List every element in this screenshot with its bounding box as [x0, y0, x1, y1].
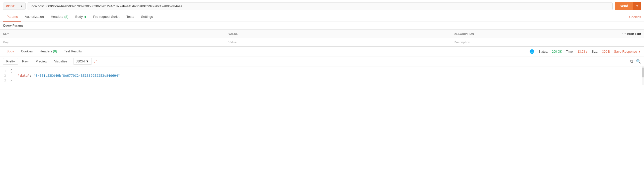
request-tabs-row: Params Authorization Headers (8) Body Pr…: [0, 12, 644, 22]
globe-icon: 🌐: [529, 49, 534, 54]
bulk-edit-button[interactable]: Bulk Edit: [627, 32, 641, 36]
top-bar: POST ▼ Send ▼: [0, 0, 644, 12]
tab-headers[interactable]: Headers (8): [47, 12, 72, 22]
key-placeholder[interactable]: Key: [0, 38, 225, 46]
params-table: KEY VALUE DESCRIPTION ··· Bulk Edit Key …: [0, 29, 644, 46]
save-response-chevron-icon: ▼: [638, 50, 641, 53]
table-row: Key Value Description: [0, 38, 644, 46]
format-btn-raw[interactable]: Raw: [19, 58, 32, 64]
time-label: Time:: [566, 50, 574, 53]
tab-settings[interactable]: Settings: [138, 12, 156, 22]
time-value: 13.93 s: [578, 50, 587, 53]
format-toolbar: Pretty Raw Preview Visualize JSON ▼ ⇌ ⧉ …: [0, 56, 644, 66]
response-section: Body Cookies Headers (8) Test Results 🌐 …: [0, 46, 644, 85]
col-header-value: VALUE: [225, 30, 451, 38]
code-line-2: 2 "data": "0xBE1c52Dd49bf8A6779C24BE1Bf2…: [0, 73, 644, 78]
more-options-icon[interactable]: ···: [622, 32, 626, 36]
format-btn-pretty[interactable]: Pretty: [3, 58, 18, 65]
copy-icon[interactable]: ⧉: [630, 59, 633, 64]
response-tab-body[interactable]: Body: [3, 47, 18, 56]
method-label: POST: [6, 4, 15, 8]
code-line-3: 3 }: [0, 78, 644, 83]
method-chevron-icon: ▼: [20, 5, 23, 8]
query-params-section-header: Query Params: [0, 22, 644, 29]
response-tab-test-results[interactable]: Test Results: [60, 47, 85, 56]
format-btn-preview[interactable]: Preview: [33, 58, 50, 64]
send-button[interactable]: Send: [615, 2, 633, 10]
format-btn-visualize[interactable]: Visualize: [51, 58, 70, 64]
col-header-key: KEY: [0, 30, 225, 38]
response-tab-headers[interactable]: Headers (8): [36, 47, 61, 56]
method-select[interactable]: POST ▼: [3, 3, 26, 10]
response-tab-cookies[interactable]: Cookies: [18, 47, 36, 56]
params-table-header-row: KEY VALUE DESCRIPTION ··· Bulk Edit: [0, 30, 644, 38]
scrollbar-thumb[interactable]: [642, 67, 644, 77]
format-type-chevron-icon: ▼: [86, 59, 89, 63]
search-icon[interactable]: 🔍: [636, 59, 641, 64]
url-input[interactable]: [28, 2, 613, 10]
value-placeholder[interactable]: Value: [225, 38, 451, 46]
tab-tests[interactable]: Tests: [123, 12, 137, 22]
body-dot: [85, 16, 86, 18]
code-area: 1 { 2 "data": "0xBE1c52Dd49bf8A6779C24BE…: [0, 66, 644, 85]
response-tabs-row: Body Cookies Headers (8) Test Results 🌐 …: [0, 47, 644, 56]
format-type-dropdown[interactable]: JSON ▼: [73, 58, 92, 65]
col-header-actions: ··· Bulk Edit: [605, 30, 644, 38]
cookies-link[interactable]: Cookies: [629, 13, 641, 21]
size-value: 320 B: [602, 50, 610, 53]
json-value-data: "0xBE1c52Dd49bf8A6779C24BE1Bf2952253e84d…: [34, 74, 120, 77]
code-content-3: }: [10, 78, 12, 82]
line-number-1: 1: [0, 69, 10, 73]
col-header-description: DESCRIPTION: [451, 30, 605, 38]
wrap-text-icon[interactable]: ⇌: [94, 59, 98, 64]
line-number-3: 3: [0, 79, 10, 82]
send-dropdown-button[interactable]: ▼: [633, 2, 641, 10]
save-response-button[interactable]: Save Response ▼: [614, 50, 641, 53]
row-actions: [605, 38, 644, 46]
tab-params[interactable]: Params: [3, 12, 21, 22]
response-body-container: 1 { 2 "data": "0xBE1c52Dd49bf8A6779C24BE…: [0, 66, 644, 85]
description-placeholder[interactable]: Description: [451, 38, 605, 46]
code-content-1: {: [10, 69, 12, 73]
scrollbar-track[interactable]: [642, 66, 644, 85]
tab-body[interactable]: Body: [72, 12, 90, 22]
tab-authorization[interactable]: Authorization: [21, 12, 47, 22]
line-number-2: 2: [0, 74, 10, 77]
json-key-data: "data": [18, 74, 30, 77]
response-status-bar: 🌐 Status: 200 OK Time: 13.93 s Size: 320…: [529, 47, 641, 56]
size-label: Size:: [591, 50, 598, 53]
status-label: Status:: [538, 50, 548, 53]
send-button-group: Send ▼: [615, 2, 641, 10]
status-code: 200 OK: [552, 50, 562, 53]
tab-pre-request[interactable]: Pre-request Script: [90, 12, 123, 22]
code-line-1: 1 {: [0, 68, 644, 73]
